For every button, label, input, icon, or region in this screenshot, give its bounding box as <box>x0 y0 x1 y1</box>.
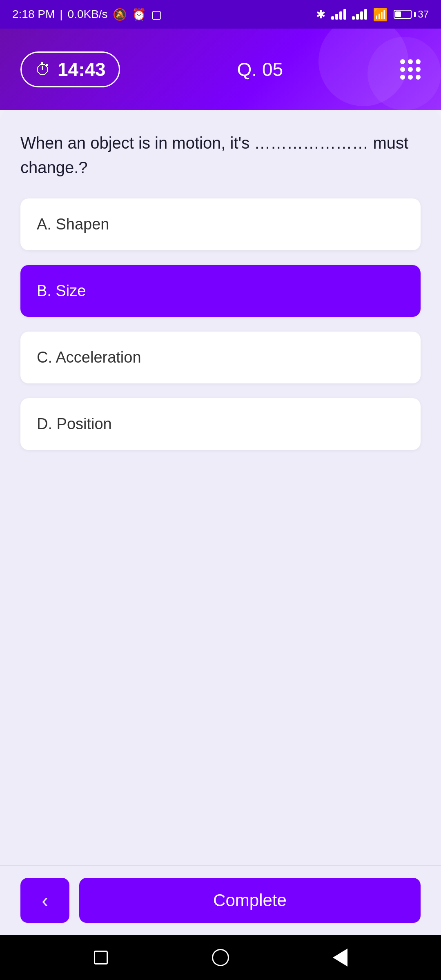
timer-icon: ⏱ <box>35 60 51 79</box>
back-button[interactable]: ‹ <box>20 878 69 923</box>
signal-bars-2 <box>352 9 367 20</box>
status-time: 2:18 PM <box>12 8 55 21</box>
battery-indicator: 37 <box>394 9 429 20</box>
option-b[interactable]: B. Size <box>20 265 421 317</box>
status-bar: 2:18 PM | 0.0KB/s 🔕 ⏰ ▢ ✱ 📶 37 <box>0 0 441 29</box>
wifi-icon: 📶 <box>373 7 388 22</box>
grid-dot <box>408 75 413 80</box>
bluetooth-icon: ✱ <box>316 8 325 21</box>
recents-icon <box>94 951 108 964</box>
grid-dot <box>408 59 413 64</box>
back-system-button[interactable] <box>330 947 350 968</box>
option-d[interactable]: D. Position <box>20 398 421 450</box>
quiz-header: ⏱ 14:43 Q. 05 <box>0 29 441 110</box>
screenshot-icon: ▢ <box>151 8 162 21</box>
back-arrow-icon: ‹ <box>42 889 48 911</box>
status-left-group: 2:18 PM | 0.0KB/s 🔕 ⏰ ▢ <box>12 8 162 21</box>
home-icon <box>212 949 229 966</box>
back-system-icon <box>333 949 347 967</box>
grid-dot <box>416 59 421 64</box>
home-button[interactable] <box>210 947 231 968</box>
system-navigation-bar <box>0 935 441 980</box>
question-text: When an object is in motion, it's ………………… <box>20 131 421 180</box>
bottom-navigation: ‹ Complete <box>0 865 441 935</box>
option-c[interactable]: C. Acceleration <box>20 332 421 383</box>
status-network-speed: 0.0KB/s <box>68 8 108 21</box>
grid-dot <box>416 67 421 72</box>
grid-dot <box>408 67 413 72</box>
signal-bars-1 <box>331 9 346 20</box>
battery-percent: 37 <box>418 9 429 20</box>
timer-value: 14:43 <box>58 58 106 80</box>
status-separator: | <box>60 8 62 21</box>
grid-dot <box>400 75 405 80</box>
grid-dot <box>400 67 405 72</box>
quiz-content: When an object is in motion, it's ………………… <box>0 106 441 865</box>
question-number: Q. 05 <box>237 58 283 80</box>
recents-button[interactable] <box>91 947 111 968</box>
complete-button[interactable]: Complete <box>79 878 421 923</box>
timer-badge: ⏱ 14:43 <box>20 51 120 87</box>
grid-dot <box>400 59 405 64</box>
mute-icon: 🔕 <box>113 8 127 21</box>
alarm-icon: ⏰ <box>132 8 146 21</box>
option-a[interactable]: A. Shapen <box>20 198 421 250</box>
status-right-group: ✱ 📶 37 <box>316 7 429 22</box>
grid-dot <box>416 75 421 80</box>
grid-menu-button[interactable] <box>400 59 421 80</box>
